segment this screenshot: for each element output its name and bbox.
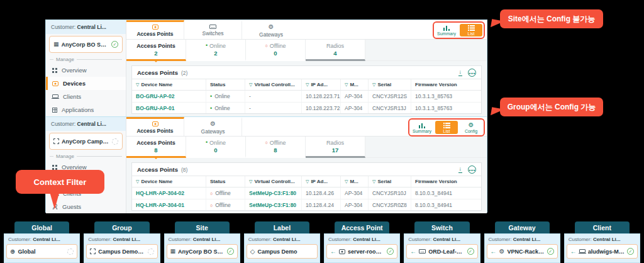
customer-label: Customer:: [8, 237, 31, 242]
col-device-name[interactable]: ▽Device Name: [132, 79, 206, 90]
stat-radios[interactable]: Radios 17: [306, 137, 365, 158]
switch-icon: [209, 25, 216, 29]
context-selector[interactable]: ← ⚙ VPNC-Rack-1-Nor... ✓: [487, 244, 558, 259]
sidebar-item-devices[interactable]: Devices: [46, 77, 126, 90]
customer-name: Central Li...: [273, 237, 301, 242]
list-view-button[interactable]: List: [435, 121, 458, 134]
col-virtual-controller[interactable]: ▽Virtual Controll...: [245, 79, 302, 90]
filter-icon[interactable]: ▽: [345, 82, 348, 87]
filter-icon[interactable]: ▽: [306, 82, 309, 87]
customer-name: Central Li...: [77, 24, 106, 30]
manage-section-label: Manage: [46, 152, 126, 160]
stat-offline[interactable]: ○Offline 8: [246, 137, 306, 158]
sidebar-item-applications[interactable]: Applications: [46, 103, 126, 116]
device-name-link[interactable]: HQ-LHR-AP-304-02: [132, 187, 206, 199]
stat-access-points[interactable]: Access Points 8: [126, 137, 186, 158]
customer-name: Central Li...: [33, 237, 60, 242]
serial-cell: CNCYJSR12S: [369, 91, 411, 102]
col-firmware[interactable]: Firmware Version: [411, 79, 481, 90]
col-ip-address[interactable]: ▽IP Ad...: [302, 79, 341, 90]
config-view-button[interactable]: ⚙ Config: [460, 121, 482, 134]
context-name: Global: [18, 249, 65, 255]
filter-icon[interactable]: ▽: [306, 179, 309, 184]
col-model[interactable]: ▽M...: [341, 176, 369, 187]
context-name: Campus Demo: [257, 249, 314, 255]
col-device-name[interactable]: ▽Device Name: [132, 176, 206, 187]
stat-radios[interactable]: Radios 4: [306, 40, 365, 61]
vc-link[interactable]: SetMeUp-C3:F1:80: [245, 187, 302, 199]
tab-gateways[interactable]: ⚙ Gateways: [242, 20, 300, 39]
customer-label: Customer:: [408, 237, 431, 242]
sidebar-item-clients[interactable]: Clients: [46, 90, 126, 103]
col-firmware[interactable]: Firmware Version: [411, 176, 481, 187]
device-name-link[interactable]: HQ-LHR-AP-304-01: [132, 199, 206, 211]
vc-link[interactable]: SetMeUp-C3:F1:80: [245, 199, 302, 211]
ip-cell: 10.128.223.72: [302, 103, 341, 114]
context-selector[interactable]: ← ORD-Leaf-8325-192 ✓: [406, 244, 477, 259]
col-serial[interactable]: ▽Serial: [369, 79, 411, 90]
context-selector-site[interactable]: ▦ AnyCorp BO São ... ✓: [49, 36, 123, 53]
filter-icon[interactable]: ▽: [136, 82, 139, 87]
stat-online[interactable]: •Online 0: [186, 137, 246, 158]
spinner-icon: [67, 249, 74, 255]
tab-gateways[interactable]: ⚙ Gateways: [184, 117, 242, 136]
col-status[interactable]: Status: [206, 79, 245, 90]
table-row[interactable]: BO-GRU-AP-01 •Online - 10.128.223.72 AP-…: [132, 103, 481, 114]
more-options-icon[interactable]: ●●●: [468, 165, 476, 174]
back-arrow-icon[interactable]: ←: [330, 249, 336, 255]
filter-icon[interactable]: ▽: [249, 82, 252, 87]
tab-label: Switches: [202, 30, 223, 36]
sidebar-item-overview[interactable]: Overview: [46, 64, 126, 77]
stat-online[interactable]: •Online 2: [186, 40, 246, 61]
stat-offline[interactable]: ○Offline 0: [246, 40, 306, 61]
context-selector-group[interactable]: AnyCorp Campus...: [49, 133, 123, 150]
context-name: AnyCorp BO Syd...: [178, 249, 225, 255]
back-arrow-icon[interactable]: ←: [570, 249, 577, 255]
col-model[interactable]: ▽M...: [341, 79, 369, 90]
context-filter-cards: Global Customer: Central Li... ⊕ Global …: [4, 221, 640, 263]
filter-icon[interactable]: ▽: [136, 179, 139, 184]
summary-view-button[interactable]: Summary: [411, 121, 433, 134]
check-circle-icon: ✓: [111, 41, 118, 48]
context-selector[interactable]: ← aludwigs-Mini ✓: [567, 244, 638, 259]
overview-grid-icon: [52, 68, 57, 73]
tab-switches[interactable]: Switches: [184, 20, 242, 39]
col-ip-address[interactable]: ▽IP Ad...: [302, 176, 341, 187]
filter-icon[interactable]: ▽: [249, 179, 252, 184]
summary-view-button[interactable]: Summary: [435, 24, 458, 36]
stat-value: 0: [214, 147, 217, 154]
filter-icon[interactable]: ▽: [372, 82, 375, 87]
col-status[interactable]: Status: [206, 176, 245, 187]
col-virtual-controller[interactable]: ▽Virtual Controll...: [245, 176, 302, 187]
table-row[interactable]: HQ-LHR-AP-304-02 ○Offline SetMeUp-C3:F1:…: [132, 187, 481, 199]
table-row[interactable]: BO-GRU-AP-02 •Online - 10.128.223.71 AP-…: [132, 91, 481, 103]
context-selector[interactable]: ← server-room-AP ✓: [326, 244, 397, 259]
context-selector[interactable]: ⊕ Global: [6, 244, 77, 259]
download-icon[interactable]: ↓: [458, 69, 463, 76]
table-count: (8): [181, 167, 187, 173]
back-arrow-icon[interactable]: ←: [410, 249, 416, 255]
tab-access-points[interactable]: Access Points: [126, 20, 184, 39]
tab-access-points[interactable]: Access Points: [126, 117, 184, 136]
check-circle-icon: ✓: [547, 248, 554, 255]
context-selector[interactable]: ◇ Campus Demo: [247, 244, 318, 259]
model-cell: AP-304: [341, 103, 369, 114]
table-title: Access Points: [137, 69, 178, 76]
stat-access-points[interactable]: Access Points 2: [126, 40, 186, 61]
back-arrow-icon[interactable]: ←: [491, 249, 497, 255]
device-name-link[interactable]: BO-GRU-AP-02: [132, 91, 206, 102]
context-selector[interactable]: Campus Demo Wifi: [86, 244, 157, 259]
device-name-link[interactable]: BO-GRU-AP-01: [132, 103, 206, 114]
context-selector[interactable]: ▦ AnyCorp BO Syd... ✓: [167, 244, 238, 259]
download-icon[interactable]: ↓: [458, 166, 463, 172]
stat-label: Online: [209, 43, 226, 49]
col-serial[interactable]: ▽Serial: [369, 176, 411, 187]
more-options-icon[interactable]: ●●●: [468, 69, 476, 77]
list-view-button[interactable]: List: [460, 24, 482, 36]
tab-label: Access Points: [136, 31, 173, 37]
filter-icon[interactable]: ▽: [372, 179, 375, 184]
table-row[interactable]: HQ-LHR-AP-304-01 ○Offline SetMeUp-C3:F1:…: [132, 199, 481, 211]
context-name: AnyCorp BO São ...: [62, 42, 109, 48]
filter-icon[interactable]: ▽: [345, 179, 348, 184]
context-name: ORD-Leaf-8325-192: [428, 249, 464, 255]
